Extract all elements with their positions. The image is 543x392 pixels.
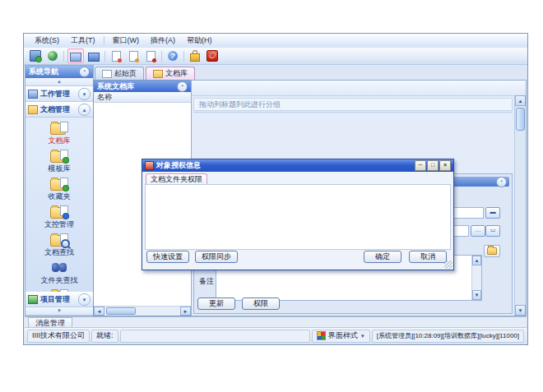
browse-folder-button[interactable] — [484, 245, 500, 257]
toolbar-button[interactable] — [67, 48, 84, 63]
clear-button[interactable]: ▭ — [485, 225, 500, 237]
scroll-track[interactable] — [515, 132, 526, 305]
menu-item[interactable]: 工具(T) — [65, 35, 101, 47]
content-vertical-scrollbar[interactable]: ▲ ▼ — [514, 95, 526, 316]
toolbar-separator — [63, 51, 64, 62]
close-icon[interactable]: × — [439, 160, 451, 171]
company-label: IIII技术有限公司 — [27, 330, 90, 343]
tab-folder-permissions[interactable]: 文档文件夹权限 — [146, 173, 207, 185]
update-button[interactable]: 更新 — [197, 297, 235, 310]
scroll-up-icon[interactable]: ▲ — [472, 256, 481, 265]
work-section-icon — [28, 90, 38, 99]
sidebar-item-label: 收藏夹 — [49, 191, 71, 202]
folder-icon — [487, 247, 497, 255]
page-shape — [60, 122, 68, 132]
doc-control-icon — [50, 205, 68, 219]
dialog-title-bar[interactable]: 对象授权信息 ─ □ × — [142, 159, 453, 172]
status-bar: IIII技术有限公司 就绪: 界面样式 ▼ [系统管理员][10:28:09][… — [25, 327, 527, 344]
session-info: [系统管理员][10:28:09][培训数据库][lucky][11000] — [372, 330, 524, 343]
toolbar-button[interactable] — [86, 49, 101, 62]
ellipsis-button[interactable]: ▬ — [485, 207, 500, 219]
version-tab-bar — [192, 81, 526, 96]
resize-grip-icon[interactable] — [444, 261, 452, 269]
sidebar-title-bar: 系统导航 ▪ — [26, 66, 93, 78]
group-by-hint: 拖动列标题到此进行分组 — [199, 99, 281, 110]
scroll-down-icon[interactable]: ▼ — [515, 305, 526, 316]
sidebar-items: 文档库模板库收藏夹文控管理文档查找文件夹查找签出的文档 — [26, 118, 93, 292]
tree-column-header[interactable]: 名称 — [94, 92, 191, 103]
sidebar-item-template-library[interactable]: 模板库 — [49, 150, 71, 174]
document-tab-bar: 起始页文档库 — [93, 66, 527, 80]
quick-setup-button[interactable]: 快速设置 — [146, 251, 189, 263]
ui-style-selector[interactable]: 界面样式 ▼ — [312, 330, 370, 343]
sidebar-section-doc[interactable]: 文档管理 ▲ — [26, 102, 93, 118]
sidebar-item-doc-search[interactable]: 文档查找 — [44, 233, 74, 258]
maximize-icon[interactable]: □ — [427, 160, 439, 171]
toolbar-button[interactable] — [109, 49, 123, 62]
toolbar-button[interactable] — [165, 49, 180, 62]
menu-item[interactable]: 系统(S) — [29, 35, 65, 47]
sidebar-title: 系统导航 — [29, 67, 58, 77]
favorites-icon — [50, 178, 68, 191]
scroll-thumb[interactable] — [106, 307, 136, 315]
cancel-button[interactable]: 取消 — [409, 251, 447, 263]
open-folder-icon — [70, 53, 81, 62]
textarea-scrollbar[interactable]: ▲ ▼ — [471, 256, 481, 300]
permission-sync-button[interactable]: 权限同步 — [195, 251, 238, 263]
toolbar-button[interactable] — [143, 49, 158, 62]
authorization-dialog: 对象授权信息 ─ □ × 文档文件夹权限 快速设置 权限同步 确定 取消 — [142, 159, 454, 270]
scroll-right-icon[interactable]: ► — [180, 307, 191, 316]
ellipsis-button[interactable]: … — [471, 225, 485, 237]
sync-computer-icon — [30, 50, 41, 62]
chevron-down-icon[interactable]: ▼ — [78, 88, 90, 100]
menu-item[interactable]: 插件(A) — [145, 35, 181, 47]
minimize-icon[interactable]: ─ — [415, 160, 426, 171]
gear-icon[interactable]: ▪ — [496, 177, 507, 187]
sidebar-section-project[interactable]: 项目管理 ▼ — [26, 292, 93, 307]
menu-item[interactable]: 窗口(W) — [107, 35, 146, 47]
toolbar-separator — [161, 51, 162, 62]
menu-item[interactable]: 帮助(H) — [181, 35, 218, 47]
chevron-up-icon[interactable]: ▲ — [78, 104, 90, 116]
sidebar-item-folder-search[interactable]: 文件夹查找 — [41, 261, 78, 286]
scroll-left-icon[interactable]: ◄ — [94, 307, 104, 316]
toolbar-button[interactable] — [126, 49, 141, 62]
sidebar-item-doc-control[interactable]: 文控管理 — [44, 205, 74, 230]
sidebar-item-label: 文档库 — [49, 136, 71, 146]
toolbar-button[interactable] — [45, 49, 60, 62]
scroll-thumb[interactable] — [516, 108, 525, 131]
sidebar-item-document-library[interactable]: 文档库 — [49, 122, 71, 146]
group-by-bar[interactable]: 拖动列标题到此进行分组 — [193, 98, 513, 111]
message-strip: 消息管理 — [25, 316, 527, 328]
scroll-track[interactable] — [104, 307, 180, 316]
doc-delete-icon — [146, 51, 155, 62]
dialog-right-buttons: 确定 取消 — [364, 251, 447, 263]
ready-status: 就绪: — [91, 330, 118, 343]
scroll-down-icon[interactable]: ▼ — [472, 290, 481, 300]
tree-title: 系统文档库 — [97, 81, 134, 92]
sidebar-item-favorites[interactable]: 收藏夹 — [49, 178, 71, 202]
scroll-up-icon[interactable]: ▲ — [515, 95, 526, 106]
doc-section-icon — [28, 105, 38, 114]
badge-dot — [63, 157, 69, 164]
tree-horizontal-scrollbar[interactable]: ◄ ► — [94, 306, 191, 316]
authorization-icon — [145, 161, 154, 170]
chevron-down-icon[interactable]: ▼ — [78, 293, 90, 306]
ok-button[interactable]: 确定 — [364, 251, 401, 263]
project-section-label: 项目管理 — [40, 294, 70, 305]
tree-pin-icon[interactable]: ▪ — [177, 81, 188, 92]
toolbar-button[interactable] — [28, 49, 43, 62]
remark-label: 备注 — [199, 276, 214, 287]
sidebar-section-work[interactable]: 工作管理 ▼ — [26, 86, 93, 102]
tab-起始页[interactable]: 起始页 — [95, 67, 144, 80]
permission-grid — [145, 184, 451, 250]
sidebar-scroll-up[interactable]: ▲ — [26, 78, 93, 86]
toolbar-button[interactable] — [205, 49, 220, 62]
sidebar-scroll-down[interactable]: ▼ — [26, 307, 93, 316]
tab-label: 文档库 — [165, 68, 188, 79]
toolbar-button[interactable] — [188, 49, 202, 62]
sidebar-collapse-icon[interactable]: ▪ — [79, 67, 90, 77]
permission-button[interactable]: 权限 — [242, 297, 280, 310]
tree-column-label: 名称 — [97, 92, 112, 103]
tab-文档库[interactable]: 文档库 — [146, 67, 195, 80]
